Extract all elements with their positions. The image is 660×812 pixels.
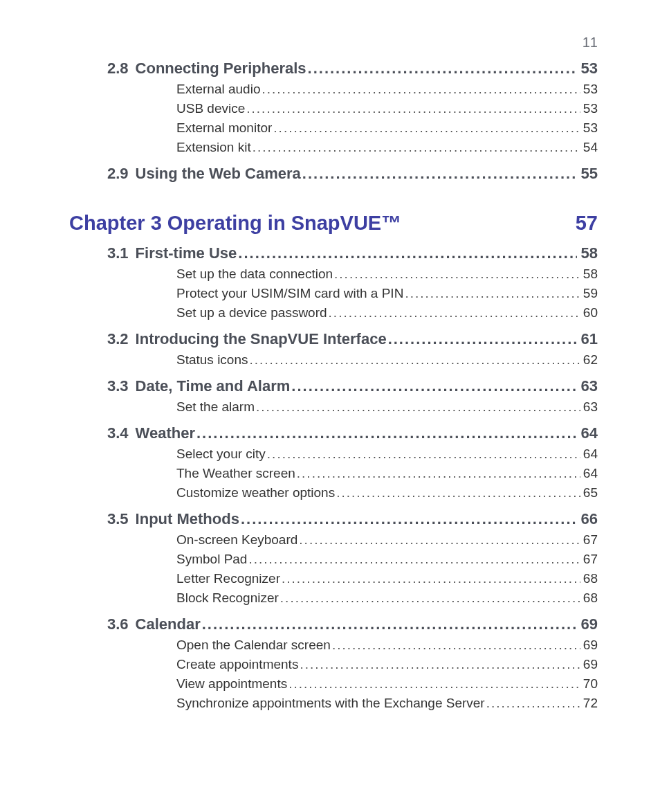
leader-dots (295, 466, 580, 481)
toc-section[interactable]: 3.5Input Methods66 (69, 510, 598, 528)
subitem-page: 64 (580, 446, 598, 462)
toc-subitem[interactable]: Synchronize appointments with the Exchan… (69, 696, 598, 711)
leader-dots (333, 267, 580, 282)
toc-section[interactable]: 3.1First-time Use58 (69, 244, 598, 262)
section-title: Date, Time and Alarm (136, 377, 291, 395)
toc-subitem[interactable]: Symbol Pad67 (69, 552, 598, 567)
section-page: 69 (577, 615, 598, 633)
toc-subitem[interactable]: External monitor53 (69, 120, 598, 136)
toc-subitem[interactable]: The Weather screen64 (69, 466, 598, 481)
toc-section[interactable]: 3.4Weather64 (69, 424, 598, 442)
section-title: Introducing the SnapVUE Interface (136, 330, 387, 348)
toc-section[interactable]: 3.2Introducing the SnapVUE Interface61 (69, 330, 598, 348)
subitem-title: Letter Recognizer (176, 571, 280, 586)
leader-dots (327, 305, 580, 321)
leader-dots (245, 101, 580, 116)
subitem-page: 68 (580, 590, 598, 606)
leader-dots (195, 424, 577, 442)
subitem-title: Open the Calendar screen (176, 638, 331, 653)
toc-section[interactable]: 3.3Date, Time and Alarm63 (69, 377, 598, 395)
leader-dots (266, 446, 580, 462)
subitem-title: View appointments (176, 676, 287, 692)
subitem-title: Customize weather options (176, 485, 335, 500)
section-page: 55 (577, 165, 598, 183)
subitem-page: 58 (580, 267, 598, 282)
subitem-page: 68 (580, 571, 598, 586)
subitem-page: 69 (580, 638, 598, 653)
toc-before-chapter: 2.8Connecting Peripherals53External audi… (69, 60, 598, 183)
section-number: 3.6 (107, 615, 136, 633)
subitem-page: 59 (580, 286, 598, 301)
section-page: 58 (577, 244, 598, 262)
subitem-title: Synchronize appointments with the Exchan… (176, 696, 485, 711)
toc-subitem[interactable]: Set the alarm63 (69, 399, 598, 415)
toc-subitem[interactable]: On-screen Keyboard67 (69, 532, 598, 548)
leader-dots (260, 82, 580, 97)
toc-section[interactable]: 3.6Calendar69 (69, 615, 598, 633)
section-title: Weather (136, 424, 195, 442)
toc-subitem[interactable]: Status icons62 (69, 352, 598, 368)
section-number: 2.9 (107, 165, 136, 183)
chapter-title: Chapter 3 Operating in SnapVUE™ (69, 212, 576, 235)
section-title: First-time Use (136, 244, 237, 262)
subitem-title: Status icons (176, 352, 248, 368)
toc-subitem[interactable]: Create appointments69 (69, 657, 598, 672)
toc-subitem[interactable]: Protect your USIM/SIM card with a PIN59 (69, 286, 598, 301)
section-title: Using the Web Camera (136, 165, 301, 183)
section-title: Calendar (136, 615, 201, 633)
section-page: 64 (577, 424, 598, 442)
section-number: 3.3 (107, 377, 136, 395)
page-number: 11 (583, 35, 598, 51)
subitem-title: External monitor (176, 120, 272, 136)
toc-subitem[interactable]: Select your city64 (69, 446, 598, 462)
section-number: 3.5 (107, 510, 136, 528)
chapter-heading[interactable]: Chapter 3 Operating in SnapVUE™ 57 (69, 212, 598, 235)
subitem-title: External audio (176, 82, 260, 97)
toc-subitem[interactable]: Customize weather options65 (69, 485, 598, 500)
leader-dots (331, 638, 580, 653)
section-number: 3.4 (107, 424, 136, 442)
toc-subitem[interactable]: Block Recognizer68 (69, 590, 598, 606)
subitem-page: 53 (580, 82, 598, 97)
section-title: Input Methods (136, 510, 239, 528)
section-number: 3.2 (107, 330, 136, 348)
toc-subitem[interactable]: USB device53 (69, 101, 598, 116)
subitem-title: On-screen Keyboard (176, 532, 297, 548)
subitem-page: 64 (580, 466, 598, 481)
leader-dots (290, 377, 576, 395)
subitem-page: 70 (580, 676, 598, 692)
leader-dots (251, 140, 580, 155)
toc-section[interactable]: 2.9Using the Web Camera55 (69, 165, 598, 183)
subitem-title: The Weather screen (176, 466, 295, 481)
leader-dots (287, 676, 580, 692)
leader-dots (297, 532, 580, 548)
toc-subitem[interactable]: Extension kit54 (69, 140, 598, 155)
subitem-title: Select your city (176, 446, 266, 462)
leader-dots (301, 165, 577, 183)
section-page: 66 (577, 510, 598, 528)
leader-dots (485, 696, 580, 711)
leader-dots (239, 510, 577, 528)
toc-subitem[interactable]: Letter Recognizer68 (69, 571, 598, 586)
toc-subitem[interactable]: Set up a device password60 (69, 305, 598, 321)
subitem-title: Extension kit (176, 140, 251, 155)
section-title: Connecting Peripherals (136, 60, 306, 78)
toc-subitem[interactable]: External audio53 (69, 82, 598, 97)
toc-subitem[interactable]: Open the Calendar screen69 (69, 638, 598, 653)
toc-subitem[interactable]: View appointments70 (69, 676, 598, 692)
leader-dots (255, 399, 580, 415)
leader-dots (272, 120, 580, 136)
subitem-page: 53 (580, 120, 598, 136)
subitem-title: USB device (176, 101, 245, 116)
leader-dots (335, 485, 580, 500)
subitem-page: 72 (580, 696, 598, 711)
toc-section[interactable]: 2.8Connecting Peripherals53 (69, 60, 598, 78)
toc-subitem[interactable]: Set up the data connection58 (69, 267, 598, 282)
subitem-page: 53 (580, 101, 598, 116)
subitem-page: 63 (580, 399, 598, 415)
leader-dots (387, 330, 577, 348)
subitem-page: 60 (580, 305, 598, 321)
leader-dots (237, 244, 576, 262)
subitem-page: 65 (580, 485, 598, 500)
subitem-title: Set the alarm (176, 399, 255, 415)
